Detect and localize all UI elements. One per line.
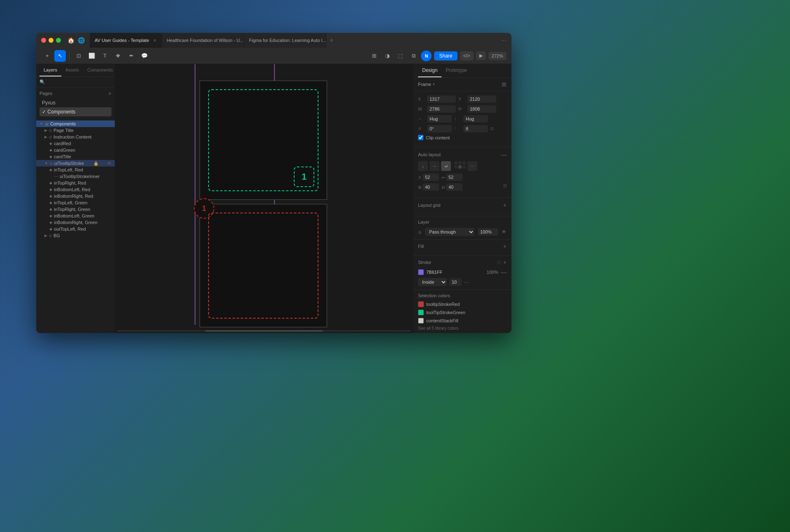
frame-bottom[interactable]: 1 xyxy=(200,204,327,327)
shape-tool-button[interactable]: ⬜ xyxy=(86,50,98,62)
w-input[interactable] xyxy=(427,105,456,113)
tab-design[interactable]: Design xyxy=(418,64,441,77)
grid-icon[interactable]: ⊞ xyxy=(368,50,380,62)
stroke-side-select[interactable]: Inside Outside Center xyxy=(418,278,447,286)
home-icon[interactable]: 🏠 xyxy=(67,37,74,44)
canvas-scrollbar[interactable] xyxy=(115,329,413,333)
tab-components[interactable]: Components xyxy=(83,64,115,76)
layer-outtopleft-red[interactable]: ◈ outTopLeft, Red xyxy=(36,226,115,232)
padding-right-input[interactable] xyxy=(446,183,462,191)
layer-bg[interactable]: ▶ ◇ BG xyxy=(36,232,115,239)
layer-inbottomright-red[interactable]: ◈ inBottomRight, Red xyxy=(36,193,115,199)
al-wrap-icon[interactable]: ⤾ xyxy=(441,161,451,171)
layer-uitooltipstrokeinner[interactable]: — uiTooltipStrokeInner xyxy=(36,173,115,180)
comment-tool-button[interactable]: 💬 xyxy=(139,50,150,62)
tab-close-icon[interactable]: ✕ xyxy=(153,38,156,43)
x-input[interactable] xyxy=(427,95,456,103)
layer-inbottomleft-green[interactable]: ◈ inBottomLeft, Green xyxy=(36,213,115,219)
align-btn-2[interactable] xyxy=(458,161,462,164)
search-input[interactable] xyxy=(47,80,112,85)
play-button[interactable]: ▶ xyxy=(476,51,486,60)
hug-y-input[interactable] xyxy=(463,115,488,123)
padding-left-input[interactable] xyxy=(423,183,439,191)
al-right-icon[interactable]: → xyxy=(430,161,439,171)
layer-page-title[interactable]: ▶ ◇ Page Title xyxy=(36,127,115,134)
stroke-color-swatch[interactable] xyxy=(418,269,424,275)
layer-card-title[interactable]: ◈ cardTitle xyxy=(36,153,115,160)
pen-tool-button[interactable]: ✒ xyxy=(125,50,137,62)
y-input[interactable] xyxy=(467,95,496,103)
stroke-width-input[interactable] xyxy=(449,278,462,286)
tab-healthcare[interactable]: Healthcare Foundation of Wilson - U... ✕ xyxy=(162,33,244,48)
canvas-area[interactable]: 1 1 xyxy=(115,64,413,333)
minimize-button[interactable] xyxy=(49,38,53,43)
h-input[interactable] xyxy=(467,105,496,113)
frame-tool-button[interactable]: ⊡ xyxy=(73,50,84,62)
layer-inbottomright-green[interactable]: ◈ inBottomRight, Green xyxy=(36,219,115,226)
al-down-icon[interactable]: ↓ xyxy=(418,161,428,171)
stroke-options-icon[interactable]: ··· xyxy=(464,279,469,285)
opacity-input[interactable] xyxy=(478,228,498,236)
frame-crop-icon[interactable]: ⬚ xyxy=(395,50,406,62)
align-btn-3[interactable] xyxy=(462,161,466,164)
layer-card-red[interactable]: ◈ cardRed xyxy=(36,140,115,147)
frame-expand-icon[interactable]: ⊞ xyxy=(502,81,507,88)
blend-mode-select[interactable]: Pass through xyxy=(425,228,474,236)
corner-radius-input[interactable] xyxy=(463,125,488,132)
text-tool-button[interactable]: T xyxy=(99,50,111,62)
see-all-library-link[interactable]: See all 5 library colors xyxy=(418,326,507,331)
layer-instruction-content[interactable]: ▶ ◇ Instruction Content xyxy=(36,134,115,140)
fill-add-button[interactable]: + xyxy=(503,243,507,250)
align-btn-6[interactable] xyxy=(462,165,466,169)
tab-assets[interactable]: Assets xyxy=(61,64,83,76)
more-menu-icon[interactable]: ··· xyxy=(501,37,507,44)
stroke-remove-button[interactable]: — xyxy=(501,269,507,275)
color-swatch-red[interactable] xyxy=(418,301,424,307)
maximize-button[interactable] xyxy=(56,38,61,43)
add-page-button[interactable]: + xyxy=(108,90,112,97)
spacing-second-input[interactable] xyxy=(446,173,462,181)
autolayout-minus[interactable]: — xyxy=(501,151,507,158)
select-tool-button[interactable]: ↖ xyxy=(54,50,66,62)
close-button[interactable] xyxy=(41,38,46,43)
layer-intopright-red[interactable]: ◈ inTopRight, Red xyxy=(36,180,115,186)
spacing-between-input[interactable] xyxy=(423,173,439,181)
zoom-control[interactable]: 272% xyxy=(488,52,507,60)
tab-prototype[interactable]: Prototype xyxy=(441,64,471,77)
color-swatch-green[interactable] xyxy=(418,310,424,315)
page-pyxus[interactable]: Pyxus xyxy=(40,98,112,107)
share-button[interactable]: Share xyxy=(434,51,457,60)
rotation-input[interactable] xyxy=(427,125,452,132)
component-tool-button[interactable]: ❖ xyxy=(112,50,124,62)
move-tool-button[interactable]: ⌖ xyxy=(41,50,53,62)
layer-intopright-green[interactable]: ◈ inTopRight, Green xyxy=(36,206,115,213)
mask-icon[interactable]: ⧉ xyxy=(408,50,419,62)
hug-x-input[interactable] xyxy=(427,115,452,123)
page-components[interactable]: ✓ Components xyxy=(40,107,112,116)
layer-uitooltipstroke[interactable]: ▼ ◇ uiTooltipStroke 🔒 👁 xyxy=(36,160,115,167)
layer-intopleft-green[interactable]: ◈ inTopLeft, Green xyxy=(36,199,115,206)
layer-intopleft-red[interactable]: ◈ inTopLeft, Red xyxy=(36,167,115,173)
stroke-more-icon[interactable]: ⁙ xyxy=(497,259,502,266)
frame-top[interactable]: 1 xyxy=(200,81,327,200)
stroke-add-button[interactable]: + xyxy=(503,259,507,266)
align-btn-1[interactable] xyxy=(454,161,458,164)
code-button[interactable]: </> xyxy=(460,51,474,60)
padding-individual-icon[interactable]: ⊡ xyxy=(503,183,507,191)
corner-individual-icon[interactable]: ⊡ xyxy=(490,127,494,131)
contrast-icon[interactable]: ◑ xyxy=(381,50,393,62)
layer-card-green[interactable]: ◈ cardGreen xyxy=(36,147,115,153)
tab-figma-education[interactable]: Figma for Education: Learning Auto l... … xyxy=(244,33,326,48)
tab-av-user-guides[interactable]: AV User Guides - Template ✕ xyxy=(90,33,162,48)
layer-components[interactable]: ▼ ▣ Components xyxy=(36,120,115,127)
al-more-icon[interactable]: ··· xyxy=(467,161,477,171)
clip-content-checkbox[interactable] xyxy=(418,135,423,140)
layout-grid-add-button[interactable]: + xyxy=(503,202,507,208)
add-tab-button[interactable]: + xyxy=(326,33,337,48)
tab-layers[interactable]: Layers xyxy=(40,64,61,76)
layer-inbottomleft-red[interactable]: ◈ inBottomLeft, Red xyxy=(36,186,115,193)
globe-icon[interactable]: 🌐 xyxy=(78,37,85,44)
layer-visibility-icon[interactable]: 👁 xyxy=(502,229,507,235)
align-btn-5[interactable] xyxy=(458,165,462,169)
scrollbar-thumb[interactable] xyxy=(205,330,323,332)
